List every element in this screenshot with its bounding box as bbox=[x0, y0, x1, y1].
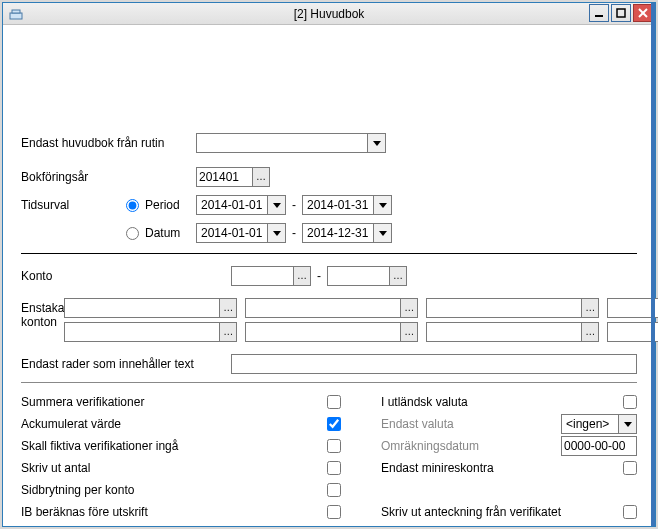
ib-checkbox[interactable] bbox=[327, 505, 341, 519]
chevron-down-icon[interactable] bbox=[268, 195, 286, 215]
period-from-select[interactable]: 2014-01-01 bbox=[196, 195, 286, 215]
sidbryt-checkbox[interactable] bbox=[327, 483, 341, 497]
konto-from-input[interactable] bbox=[231, 266, 293, 286]
enstaka-picker-5[interactable]: … bbox=[219, 322, 237, 342]
bokforingsar-picker-button[interactable]: … bbox=[252, 167, 270, 187]
enstaka-label: Enstaka konton bbox=[21, 298, 64, 329]
fiktiva-checkbox[interactable] bbox=[327, 439, 341, 453]
minires-checkbox[interactable] bbox=[623, 461, 637, 475]
sidbryt-label: Sidbrytning per konto bbox=[21, 483, 327, 497]
ack-label: Ackumulerat värde bbox=[21, 417, 327, 431]
konto-from-picker[interactable]: … bbox=[293, 266, 311, 286]
bokforingsar-input[interactable] bbox=[196, 167, 252, 187]
datum-radio[interactable] bbox=[126, 227, 139, 240]
text-filter-label: Endast rader som innehåller text bbox=[21, 357, 231, 371]
chevron-down-icon[interactable] bbox=[619, 414, 637, 434]
utlandsk-label: I utländsk valuta bbox=[381, 395, 623, 409]
period-radio-label: Period bbox=[145, 198, 180, 212]
utlandsk-checkbox[interactable] bbox=[623, 395, 637, 409]
svg-rect-3 bbox=[617, 9, 625, 17]
datum-radio-label: Datum bbox=[145, 226, 180, 240]
enstaka-picker-7[interactable]: … bbox=[581, 322, 599, 342]
enstaka-input-1[interactable] bbox=[64, 298, 219, 318]
summera-checkbox[interactable] bbox=[327, 395, 341, 409]
maximize-button[interactable] bbox=[611, 4, 631, 22]
konto-label: Konto bbox=[21, 269, 231, 283]
ib-label: IB beräknas före utskrift bbox=[21, 505, 327, 519]
valuta-select[interactable]: <ingen> bbox=[561, 414, 637, 434]
enstaka-input-7[interactable] bbox=[426, 322, 581, 342]
scrollbar-stub bbox=[651, 3, 655, 526]
enstaka-input-2[interactable] bbox=[245, 298, 400, 318]
period-to-select[interactable]: 2014-01-31 bbox=[302, 195, 392, 215]
summera-label: Summera verifikationer bbox=[21, 395, 327, 409]
valuta-label: Endast valuta bbox=[381, 417, 561, 431]
tidsurval-label: Tidsurval bbox=[21, 198, 126, 212]
enstaka-picker-2[interactable]: … bbox=[400, 298, 418, 318]
enstaka-picker-1[interactable]: … bbox=[219, 298, 237, 318]
omrak-label: Omräkningsdatum bbox=[381, 439, 561, 453]
ack-checkbox[interactable] bbox=[327, 417, 341, 431]
konto-to-picker[interactable]: … bbox=[389, 266, 407, 286]
chevron-down-icon[interactable] bbox=[268, 223, 286, 243]
bokforingsar-label: Bokföringsår bbox=[21, 170, 196, 184]
konto-to-input[interactable] bbox=[327, 266, 389, 286]
datum-from-select[interactable]: 2014-01-01 bbox=[196, 223, 286, 243]
fiktiva-label: Skall fiktiva verifikationer ingå bbox=[21, 439, 327, 453]
enstaka-picker-3[interactable]: … bbox=[581, 298, 599, 318]
anteckning-checkbox[interactable] bbox=[623, 505, 637, 519]
text-filter-input[interactable] bbox=[231, 354, 637, 374]
chevron-down-icon[interactable] bbox=[374, 223, 392, 243]
enstaka-picker-6[interactable]: … bbox=[400, 322, 418, 342]
enstaka-input-5[interactable] bbox=[64, 322, 219, 342]
rutin-label: Endast huvudbok från rutin bbox=[21, 136, 196, 150]
enstaka-input-3[interactable] bbox=[426, 298, 581, 318]
datum-to-select[interactable]: 2014-12-31 bbox=[302, 223, 392, 243]
chevron-down-icon[interactable] bbox=[368, 133, 386, 153]
titlebar: [2] Huvudbok bbox=[3, 3, 655, 25]
rutin-select[interactable]: Alla bbox=[196, 133, 386, 153]
close-button[interactable] bbox=[633, 4, 653, 22]
omrak-input[interactable] bbox=[561, 436, 637, 456]
antal-checkbox[interactable] bbox=[327, 461, 341, 475]
period-radio[interactable] bbox=[126, 199, 139, 212]
rutin-value: Alla bbox=[196, 133, 368, 153]
minires-label: Endast minireskontra bbox=[381, 461, 623, 475]
window: [2] Huvudbok Endast huvudbok från rutin … bbox=[2, 2, 656, 527]
anteckning-label: Skriv ut anteckning från verifikatet bbox=[381, 505, 623, 519]
minimize-button[interactable] bbox=[589, 4, 609, 22]
chevron-down-icon[interactable] bbox=[374, 195, 392, 215]
enstaka-input-6[interactable] bbox=[245, 322, 400, 342]
antal-label: Skriv ut antal bbox=[21, 461, 327, 475]
window-title: [2] Huvudbok bbox=[3, 7, 655, 21]
